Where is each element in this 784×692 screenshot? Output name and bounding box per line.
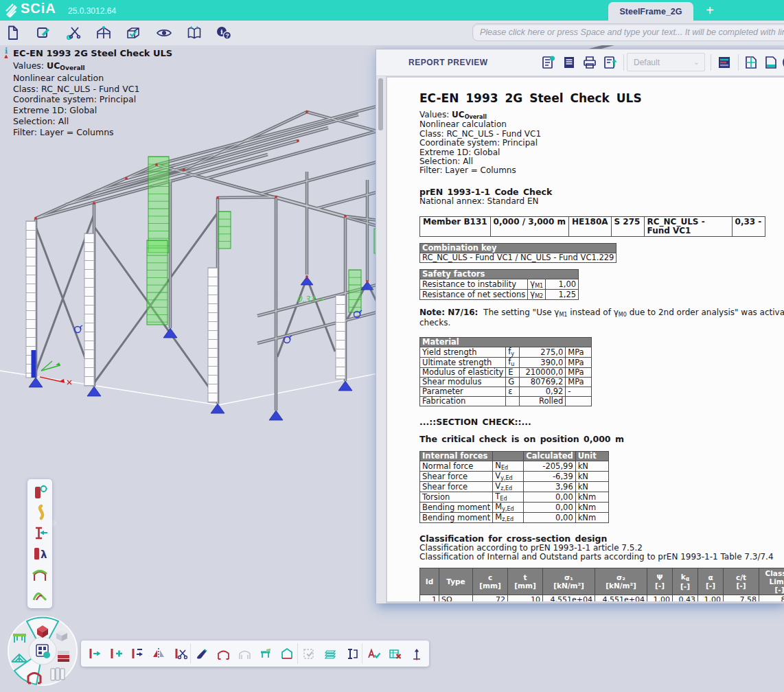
overlay-line: Extreme 1D: Global xyxy=(13,105,172,116)
portal-frame-icon xyxy=(31,566,49,584)
classification-line: Classification of Internal and Outstand … xyxy=(419,553,784,562)
move-member-button[interactable] xyxy=(84,643,105,664)
table-row: Ultimate strengthfu390,0MPa xyxy=(420,358,592,368)
result-info-overlay: i▲ EC-EN 1993 2G Steel Check ULS Values:… xyxy=(2,48,172,138)
info-icon[interactable]: i▲ xyxy=(2,48,10,59)
table-row: Bending momentMz,Ed0,00kNm xyxy=(420,513,609,523)
member-settings-icon xyxy=(31,483,49,501)
wheel-center-icon[interactable] xyxy=(36,645,50,658)
report-info-line: Filter: Layer = Columns xyxy=(419,166,784,175)
structure-model-button[interactable] xyxy=(92,23,115,43)
table-composer-button[interactable] xyxy=(255,643,276,664)
visibility-button[interactable] xyxy=(152,23,176,43)
print-button[interactable] xyxy=(579,52,600,73)
table-row: Shear forceVy,Ed-6,39kN xyxy=(420,472,609,482)
code-check-title: prEN 1993-1-1 Code Check xyxy=(419,187,784,197)
structure-model-icon xyxy=(95,25,113,41)
white-result-strips xyxy=(26,221,345,402)
layers-button[interactable] xyxy=(319,643,341,664)
single-page-view-button[interactable] xyxy=(761,52,781,73)
layout-button[interactable] xyxy=(714,52,735,73)
table-row: 1SO72104,551e+044,551e+041,000,431,007,5… xyxy=(420,595,784,601)
help-button[interactable]: i ? xyxy=(212,23,235,43)
zoom-100-button[interactable]: 100 xyxy=(780,52,784,73)
dimension-line-button[interactable] xyxy=(405,643,426,664)
delete-table-button[interactable] xyxy=(384,643,405,664)
process-wheel[interactable] xyxy=(4,615,82,692)
print-icon xyxy=(581,54,598,71)
stability-lambda-button[interactable]: λ xyxy=(27,544,52,564)
libraries-button[interactable] xyxy=(183,23,206,43)
mirror-button[interactable] xyxy=(148,643,169,664)
frame-outline-button[interactable] xyxy=(276,643,297,664)
layers-icon xyxy=(323,646,338,661)
selected-member-highlight xyxy=(32,350,36,378)
project-tab-label: SteelFrame_2G xyxy=(619,7,682,16)
svg-text:i: i xyxy=(220,28,223,36)
note-line-2: checks. xyxy=(419,319,784,327)
help-icon: i ? xyxy=(215,25,233,41)
report-page-button[interactable] xyxy=(559,52,579,73)
check-structure-button[interactable] xyxy=(122,23,145,43)
critical-check-line: The critical check is on position 0,000 … xyxy=(419,434,784,444)
check-text-button[interactable] xyxy=(362,643,384,664)
overlay-line: Selection: All xyxy=(13,116,172,127)
rename-button[interactable] xyxy=(341,643,362,664)
member-settings-button[interactable] xyxy=(27,482,52,503)
wheel-books-icon[interactable] xyxy=(51,668,65,680)
cut-member-icon xyxy=(172,646,187,661)
report-info-line: Coordinate system: Principal xyxy=(419,139,784,148)
wheel-stack-icon[interactable] xyxy=(58,651,69,662)
connection-check-icon xyxy=(31,586,49,604)
steel-check-button[interactable] xyxy=(27,523,52,544)
report-info-line: Extreme 1D: Global xyxy=(419,148,784,157)
mirror-icon xyxy=(151,646,166,661)
frame-outline-icon xyxy=(279,646,295,661)
tools-button[interactable] xyxy=(62,23,85,43)
scrollbar-thumb[interactable] xyxy=(378,78,383,130)
paintbrush-button[interactable] xyxy=(190,643,212,664)
portal-frame-button[interactable] xyxy=(27,564,52,585)
svg-text:?: ? xyxy=(225,32,229,39)
cut-member-button[interactable] xyxy=(169,643,190,664)
zoom-100-icon: 100 xyxy=(781,54,784,71)
insert-item-button[interactable] xyxy=(538,52,559,73)
portal-frame-red-button[interactable] xyxy=(212,643,233,664)
report-preview-panel: REPORT PREVIEW xyxy=(376,49,784,603)
command-input[interactable] xyxy=(472,23,784,41)
libraries-icon xyxy=(186,25,203,41)
table-row: Yield strengthfy275,0MPa xyxy=(420,347,592,358)
deformed-shape-button[interactable] xyxy=(27,503,52,523)
report-template-dropdown[interactable]: Default ⌄ xyxy=(627,53,705,71)
rename-icon xyxy=(344,646,359,661)
multicopy-member-button[interactable] xyxy=(126,643,148,664)
result-toolbar: λ xyxy=(27,479,52,608)
project-tab[interactable]: SteelFrame_2G xyxy=(608,2,693,21)
report-title: EC-EN 1993 2G Steel Check ULS xyxy=(419,91,784,105)
connection-check-button[interactable] xyxy=(27,585,52,606)
report-scrollbar[interactable] xyxy=(376,76,386,603)
two-page-view-button[interactable] xyxy=(741,52,761,73)
layout-icon xyxy=(716,54,733,71)
table-row: TorsionTEd0,00kNm xyxy=(420,492,609,503)
member-summary-table: Member B131 0,000 / 3,000 m HE180A S 275… xyxy=(419,216,765,237)
edit-project-button[interactable] xyxy=(32,23,55,43)
selection-check-button[interactable] xyxy=(297,643,319,664)
dropdown-value: Default xyxy=(634,58,660,67)
new-project-button[interactable] xyxy=(1,23,25,43)
move-member-icon xyxy=(87,646,102,661)
portal-frame-disabled-icon xyxy=(237,646,252,661)
safety-factors-table: Safety factors Resistance to instability… xyxy=(419,269,579,300)
export-report-button[interactable] xyxy=(600,52,621,73)
overlay-values-line: Values: UCOverall xyxy=(13,60,172,73)
report-page-icon xyxy=(561,54,577,71)
copy-member-button[interactable] xyxy=(105,643,126,664)
titlebar: SCiA 25.0.3012.64 SteelFrame_2G + xyxy=(0,0,784,21)
stability-lambda-icon: λ xyxy=(31,545,49,563)
overlay-title: EC-EN 1993 2G Steel Check ULS xyxy=(13,48,172,58)
report-page[interactable]: EC-EN 1993 2G Steel Check ULS Values: UC… xyxy=(387,78,784,601)
new-tab-button[interactable]: + xyxy=(702,1,718,19)
edit-project-icon xyxy=(35,25,51,41)
portal-frame-disabled-button[interactable] xyxy=(233,643,255,664)
report-panel-title: REPORT PREVIEW xyxy=(408,58,488,67)
